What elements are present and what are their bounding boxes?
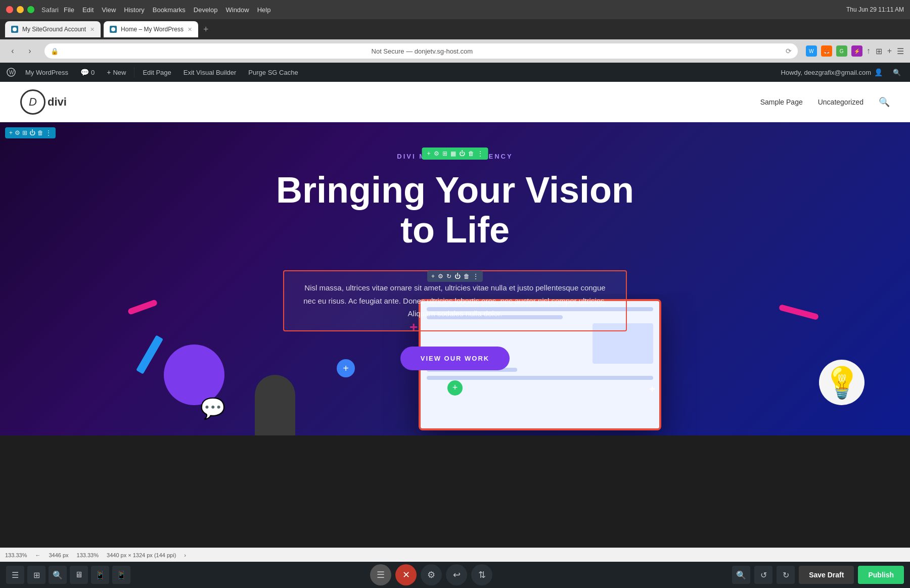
ext-icon-1[interactable]: W: [806, 45, 817, 57]
new-window-icon[interactable]: +: [887, 46, 892, 56]
datetime: Thu Jun 29 11:11 AM: [846, 6, 904, 13]
row-settings-icon[interactable]: ⚙: [15, 129, 20, 136]
new-tab-button[interactable]: +: [203, 24, 209, 35]
toolbar-redo-icon[interactable]: ↻: [777, 566, 795, 584]
back-button[interactable]: ‹: [6, 44, 19, 58]
save-draft-button[interactable]: Save Draft: [799, 566, 854, 584]
menu-history[interactable]: History: [124, 6, 144, 14]
admin-my-wordpress[interactable]: My WordPress: [20, 63, 73, 82]
menu-bookmarks[interactable]: Bookmarks: [153, 6, 186, 14]
browser-tab-siteground[interactable]: My SiteGround Account ✕: [5, 21, 101, 37]
nav-sample-page[interactable]: Sample Page: [760, 98, 803, 106]
module-more-icon[interactable]: ⋮: [477, 150, 483, 157]
module-columns-icon[interactable]: ⊞: [442, 150, 447, 157]
browser-tabbar: My SiteGround Account ✕ Home – My WordPr…: [0, 19, 910, 39]
deco-line-4: [427, 376, 653, 380]
wp-favicon: [110, 26, 117, 33]
browser-extensions: W 🦊 G ⚡: [806, 45, 862, 57]
user-avatar-icon: 👤: [874, 68, 883, 76]
toolbar-menu-icon[interactable]: ☰: [6, 566, 24, 584]
site-nav: Sample Page Uncategorized 🔍: [760, 96, 890, 108]
toolbar-desktop-icon[interactable]: 🖥: [70, 566, 88, 584]
text-ctrl-add[interactable]: +: [431, 273, 435, 280]
reload-icon[interactable]: ⟳: [786, 47, 792, 55]
traffic-lights[interactable]: [6, 6, 34, 13]
toolbar-resize-icon[interactable]: ⇅: [471, 564, 492, 585]
deco-pink-stroke-1: [127, 299, 158, 315]
close-button[interactable]: [6, 6, 13, 13]
menu-file[interactable]: File: [64, 6, 74, 14]
sidebar-icon[interactable]: ☰: [897, 46, 904, 56]
text-module-controls[interactable]: + ⚙ ↻ ⏻ 🗑 ⋮: [427, 271, 483, 282]
address-bar[interactable]: 🔒 Not Secure — donjetv.sg-host.com ⟳: [44, 43, 798, 59]
toolbar-grid-icon[interactable]: ⊞: [27, 566, 46, 584]
admin-separator: [134, 67, 134, 77]
row-duplicate-icon[interactable]: ⊞: [22, 129, 27, 136]
module-add-icon[interactable]: +: [427, 150, 430, 157]
publish-button[interactable]: Publish: [858, 566, 904, 584]
module-controls[interactable]: + ⚙ ⊞ ▦ ⏻ 🗑 ⋮: [422, 148, 488, 160]
toolbar-mobile-icon[interactable]: 📱: [112, 566, 130, 584]
siteground-favicon: [11, 26, 18, 33]
wp-logo[interactable]: W: [4, 65, 18, 79]
menu-edit[interactable]: Edit: [82, 6, 94, 14]
module-delete-icon[interactable]: 🗑: [468, 150, 474, 157]
toolbar-move-icon[interactable]: ☰: [370, 564, 391, 585]
menu-view[interactable]: View: [102, 6, 116, 14]
wp-admin-bar: W My WordPress 💬 0 + New Edit Page Exit …: [0, 63, 910, 82]
admin-new[interactable]: + New: [102, 63, 131, 82]
mac-menu-bar[interactable]: File Edit View History Bookmarks Develop…: [64, 6, 271, 14]
text-module[interactable]: + ⚙ ↻ ⏻ 🗑 ⋮ Nisl massa, ultrices vitae o…: [283, 270, 627, 331]
tab1-close[interactable]: ✕: [90, 26, 95, 33]
row-add-icon[interactable]: +: [9, 129, 13, 136]
row-more-icon[interactable]: ⋮: [46, 129, 52, 136]
toolbar-delete-icon[interactable]: ✕: [395, 564, 417, 585]
module-settings-icon[interactable]: ⚙: [434, 150, 439, 157]
add-module-button[interactable]: +: [447, 380, 463, 396]
text-ctrl-delete[interactable]: 🗑: [464, 273, 470, 280]
toolbar-right: 🔍 ↺ ↻ Save Draft Publish: [732, 566, 904, 584]
tab2-label: Home – My WordPress: [121, 26, 184, 33]
hero-title: Bringing Your Vision to Life: [276, 170, 634, 250]
text-ctrl-settings[interactable]: ⚙: [438, 273, 443, 280]
admin-howdy[interactable]: Howdy, deezgrafix@gmail.com 👤: [776, 63, 888, 82]
module-layout-icon[interactable]: ▦: [450, 150, 456, 157]
toolbar-settings-center-icon[interactable]: ⚙: [421, 564, 442, 585]
share-icon[interactable]: ↑: [867, 46, 871, 56]
admin-edit-page[interactable]: Edit Page: [138, 63, 176, 82]
text-ctrl-more[interactable]: ⋮: [473, 273, 479, 280]
tab-overview-icon[interactable]: ⊞: [876, 46, 882, 56]
admin-purge-cache[interactable]: Purge SG Cache: [243, 63, 303, 82]
toolbar-tablet-icon[interactable]: 📱: [91, 566, 109, 584]
maximize-button[interactable]: [27, 6, 34, 13]
status-bar: 133.33% ← 3446 px 133.33% 3440 px × 1324…: [0, 548, 910, 562]
tab2-close[interactable]: ✕: [188, 26, 192, 33]
menu-help[interactable]: Help: [257, 6, 271, 14]
forward-button[interactable]: ›: [23, 44, 36, 58]
toolbar-history-icon[interactable]: ↩: [446, 564, 467, 585]
toolbar-search-icon[interactable]: 🔍: [49, 566, 67, 584]
admin-comments[interactable]: 💬 0: [75, 63, 100, 82]
ext-icon-4[interactable]: ⚡: [851, 45, 862, 57]
search-icon: 🔍: [893, 69, 901, 76]
toolbar-zoom-icon[interactable]: 🔍: [732, 566, 750, 584]
ext-icon-2[interactable]: 🦊: [821, 45, 832, 57]
ext-icon-3[interactable]: G: [836, 45, 847, 57]
row-controls[interactable]: + ⚙ ⊞ ⏻ 🗑 ⋮: [5, 127, 56, 138]
menu-window[interactable]: Window: [225, 6, 249, 14]
admin-exit-vb[interactable]: Exit Visual Builder: [178, 63, 242, 82]
admin-search[interactable]: 🔍: [888, 63, 906, 82]
logo-d-letter: D: [29, 95, 37, 109]
row-disable-icon[interactable]: ⏻: [29, 129, 35, 136]
toolbar-undo-icon[interactable]: ↺: [754, 566, 772, 584]
nav-uncategorized[interactable]: Uncategorized: [818, 98, 863, 106]
menu-develop[interactable]: Develop: [194, 6, 218, 14]
site-search-icon[interactable]: 🔍: [879, 96, 890, 108]
browser-tab-wordpress[interactable]: Home – My WordPress ✕: [104, 21, 198, 37]
row-delete-icon[interactable]: 🗑: [37, 129, 43, 136]
module-disable-icon[interactable]: ⏻: [459, 150, 465, 157]
text-ctrl-disable[interactable]: ⏻: [454, 273, 461, 280]
minimize-button[interactable]: [17, 6, 24, 13]
text-ctrl-duplicate[interactable]: ↻: [446, 273, 451, 280]
cta-button[interactable]: VIEW OUR WORK: [400, 347, 510, 370]
